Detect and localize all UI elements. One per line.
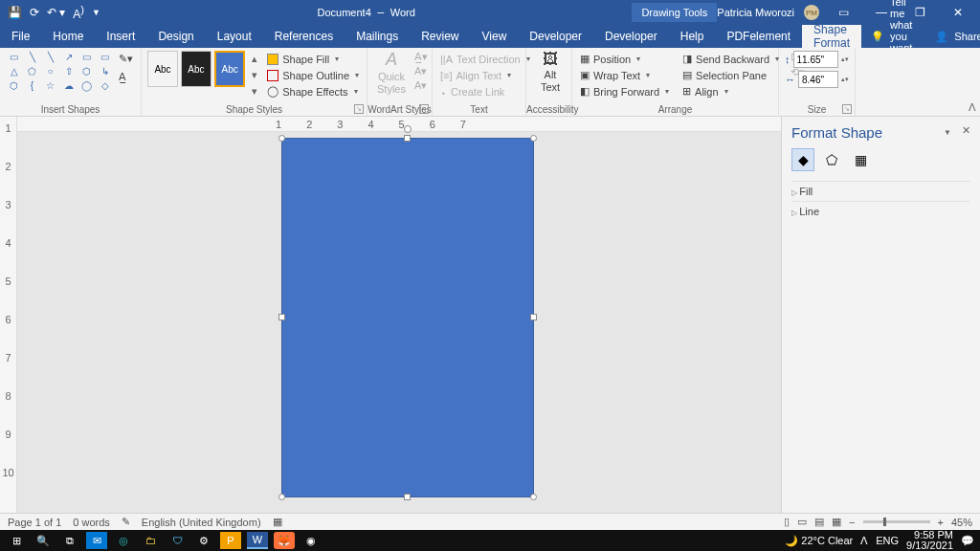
weather[interactable]: 🌙 22°C Clear <box>785 535 853 547</box>
resize-handle-n[interactable] <box>404 135 411 142</box>
language[interactable]: English (United Kingdom) <box>142 517 261 528</box>
tab-review[interactable]: Review <box>410 25 470 48</box>
tab-help[interactable]: Help <box>669 25 716 48</box>
resize-handle-s[interactable] <box>404 494 411 500</box>
layout-tab-icon[interactable]: ▦ <box>849 148 872 171</box>
rotation-handle[interactable] <box>404 125 412 133</box>
zoom-level[interactable]: 45% <box>951 517 972 528</box>
wrap-icon: ▣ <box>580 69 590 81</box>
mail-icon[interactable]: ✉ <box>86 532 107 549</box>
edit-shape-button[interactable]: ✎▾ <box>117 51 135 67</box>
align-button[interactable]: ⊞Align▾ <box>680 83 781 99</box>
font-icon[interactable]: A) <box>73 4 84 21</box>
size-dialog-launcher[interactable]: ↘ <box>842 104 852 114</box>
word-icon[interactable]: W <box>247 532 268 549</box>
shape-effects-button[interactable]: ◯Shape Effects▾ <box>265 83 361 99</box>
text-box-button[interactable]: A̲ <box>117 69 135 85</box>
resize-handle-nw[interactable] <box>278 135 285 142</box>
shape-fill-button[interactable]: Shape Fill▾ <box>265 51 361 67</box>
chrome-icon[interactable]: ◉ <box>301 532 322 549</box>
tab-layout[interactable]: Layout <box>206 25 263 48</box>
resize-handle-sw[interactable] <box>278 494 285 500</box>
tab-mailings[interactable]: Mailings <box>345 25 410 48</box>
tell-me[interactable]: 💡Tell me what you want to do <box>861 25 922 48</box>
pane-menu-icon[interactable]: ▼ <box>944 128 951 137</box>
tab-insert[interactable]: Insert <box>95 25 146 48</box>
read-mode-icon[interactable]: ▭ <box>797 516 807 528</box>
share-button[interactable]: 👤Share <box>922 25 980 48</box>
collapse-ribbon-icon[interactable]: ᐱ <box>969 101 976 114</box>
height-input[interactable]: 11.65" <box>793 51 839 68</box>
fill-section[interactable]: Fill <box>791 181 970 201</box>
style-preset-3[interactable]: Abc <box>214 51 245 87</box>
edge-icon[interactable]: ◎ <box>113 532 134 549</box>
security-icon[interactable]: 🛡 <box>167 532 188 549</box>
print-layout-icon[interactable]: ▤ <box>814 516 824 528</box>
resize-handle-e[interactable] <box>530 314 537 320</box>
start-button[interactable]: ⊞ <box>6 532 27 549</box>
settings-icon[interactable]: ⚙ <box>193 532 214 549</box>
user-area: Patricia Mworozi PM ▭ — ❐ ✕ <box>717 5 980 20</box>
effects-tab-icon[interactable]: ⬠ <box>820 148 843 171</box>
width-input[interactable]: 8.46" <box>798 71 838 88</box>
task-view-icon[interactable]: ⧉ <box>59 532 80 549</box>
tab-view[interactable]: View <box>471 25 519 48</box>
firefox-icon[interactable]: 🦊 <box>274 532 295 549</box>
resize-handle-w[interactable] <box>278 314 285 320</box>
web-layout-icon[interactable]: ▦ <box>832 516 841 528</box>
avatar[interactable]: PM <box>804 5 819 20</box>
proofing-icon[interactable]: ✎ <box>122 516 130 528</box>
zoom-in-icon[interactable]: + <box>938 517 944 528</box>
bring-forward-button[interactable]: ◧Bring Forward▾ <box>578 83 671 99</box>
fill-line-tab-icon[interactable]: ◆ <box>791 148 814 171</box>
input-language[interactable]: ENG <box>876 535 899 546</box>
tab-shape-format[interactable]: Shape Format <box>802 25 861 48</box>
zoom-slider[interactable] <box>863 520 930 523</box>
word-count[interactable]: 0 words <box>73 517 110 528</box>
wrap-text-button[interactable]: ▣Wrap Text▾ <box>578 67 671 83</box>
alt-text-button[interactable]: 🖼 AltText <box>532 51 568 93</box>
focus-mode-icon[interactable]: ▯ <box>784 516 790 528</box>
tab-references[interactable]: References <box>263 25 345 48</box>
tab-developer[interactable]: Developer <box>518 25 593 48</box>
tab-developer-2[interactable]: Developer <box>593 25 669 48</box>
style-gallery-more[interactable]: ▴▾▾ <box>248 51 261 99</box>
style-preset-1[interactable]: Abc <box>147 51 178 87</box>
tab-pdfelement[interactable]: PDFelement <box>715 25 802 48</box>
zoom-out-icon[interactable]: − <box>849 517 855 528</box>
tray-chevron-icon[interactable]: ᐱ <box>860 535 868 547</box>
resize-handle-se[interactable] <box>530 494 537 500</box>
qat-more-icon[interactable]: ▼ <box>92 8 100 17</box>
selection-pane-button[interactable]: ▤Selection Pane <box>680 67 781 83</box>
tab-home[interactable]: Home <box>41 25 95 48</box>
autorefresh-icon[interactable]: ⟳ <box>30 6 39 19</box>
clock[interactable]: 9:58 PM9/13/2021 <box>906 530 953 551</box>
document-area[interactable]: 1234567 <box>17 117 781 513</box>
page-count[interactable]: Page 1 of 1 <box>8 517 61 528</box>
style-preset-2[interactable]: Abc <box>181 51 212 87</box>
line-section[interactable]: Line <box>791 201 970 221</box>
powerpoint-icon[interactable]: P <box>220 532 241 549</box>
position-button[interactable]: ▦Position▾ <box>578 51 671 67</box>
text-fill-button: A̲▾ <box>414 51 428 63</box>
pane-close-icon[interactable]: ✕ <box>962 124 970 137</box>
create-link-button: ⬩Create Link <box>438 83 520 99</box>
save-icon[interactable]: 💾 <box>8 6 22 19</box>
shapes-gallery[interactable]: ▭╲╲↗▭▭ △⬠○⇧⬡↳ ⬡{☆☁◯◇ <box>6 51 135 93</box>
send-backward-button[interactable]: ◨Send Backward▾ <box>680 51 781 67</box>
shape-styles-dialog-launcher[interactable]: ↘ <box>354 104 364 114</box>
close-icon[interactable]: ✕ <box>944 6 972 19</box>
text-outline-button: A▾ <box>414 65 428 77</box>
explorer-icon[interactable]: 🗀 <box>140 532 161 549</box>
undo-icon[interactable]: ↶ ▾ <box>47 6 65 19</box>
tab-file[interactable]: File <box>0 25 41 48</box>
wordart-dialog-launcher[interactable]: ↘ <box>419 104 429 114</box>
shape-outline-button[interactable]: Shape Outline▾ <box>265 67 361 83</box>
notifications-icon[interactable]: 💬 <box>961 535 974 547</box>
resize-handle-ne[interactable] <box>530 135 537 142</box>
selected-rectangle-shape[interactable] <box>281 138 534 497</box>
search-icon[interactable]: 🔍 <box>33 532 54 549</box>
macro-icon[interactable]: ▦ <box>273 516 282 528</box>
tab-design[interactable]: Design <box>146 25 205 48</box>
ribbon-options-icon[interactable]: ▭ <box>829 6 858 19</box>
